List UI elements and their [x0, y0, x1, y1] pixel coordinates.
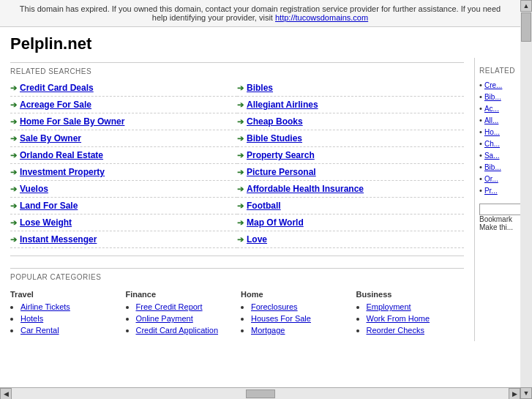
category-link[interactable]: Hotels: [20, 314, 43, 323]
related-link[interactable]: Land For Sale: [20, 201, 78, 211]
sidebar-link[interactable]: Bib...: [484, 93, 501, 101]
category-link[interactable]: Online Payment: [136, 314, 193, 323]
main-wrapper: RELATED SEARCHES ➔Credit Card Deals➔Acre…: [0, 58, 532, 341]
list-item: ➔Investment Property: [10, 164, 237, 181]
arrow-icon: ➔: [10, 151, 17, 160]
category-col: HomeForeclosuresHouses For SaleMortgage: [241, 290, 349, 337]
category-links: EmploymentWork From HomeReorder Checks: [356, 302, 465, 335]
list-item: ➔Affordable Health Insurance: [237, 181, 464, 198]
list-item: ➔Credit Card Deals: [10, 80, 237, 97]
horizontal-scrollbar: ◀ ▶: [0, 387, 520, 399]
related-col-right: ➔Bibles➔Allegiant Airlines➔Cheap Books➔B…: [237, 80, 464, 248]
list-item: ➔Sale By Owner: [10, 130, 237, 147]
arrow-icon: ➔: [237, 235, 244, 245]
arrow-icon: ➔: [10, 184, 17, 194]
category-col: FinanceFree Credit ReportOnline PaymentC…: [126, 290, 234, 337]
list-item: ➔Land For Sale: [10, 198, 237, 215]
bullet-icon: •: [479, 104, 484, 113]
arrow-icon: ➔: [10, 134, 17, 143]
related-link[interactable]: Credit Card Deals: [20, 83, 94, 93]
banner: This domain has expired. If you owned th…: [0, 0, 520, 27]
category-col: BusinessEmploymentWork From HomeReorder …: [356, 290, 465, 337]
category-link[interactable]: Employment: [367, 302, 411, 311]
bullet-icon: •: [479, 186, 484, 195]
scroll-up-btn[interactable]: ▲: [520, 0, 532, 12]
related-link[interactable]: Instant Messenger: [20, 234, 97, 245]
category-link[interactable]: Foreclosures: [251, 302, 298, 311]
sidebar-link[interactable]: Cre...: [484, 81, 502, 89]
category-link[interactable]: Car Rental: [20, 326, 59, 335]
list-item: ➔Allegiant Airlines: [237, 97, 464, 113]
related-link[interactable]: Allegiant Airlines: [247, 100, 318, 110]
arrow-icon: ➔: [10, 168, 17, 177]
list-item: Mortgage: [251, 325, 349, 335]
hscroll-track: [12, 388, 509, 400]
sidebar-link[interactable]: Sa...: [484, 152, 500, 160]
list-item: Credit Card Application: [136, 325, 234, 335]
category-link[interactable]: Credit Card Application: [136, 326, 219, 335]
tucows-link[interactable]: http://tucowsdomains.com: [275, 13, 368, 22]
sidebar-link[interactable]: Ho...: [484, 128, 500, 136]
arrow-icon: ➔: [237, 117, 244, 127]
category-link[interactable]: Reorder Checks: [367, 326, 424, 335]
list-item: ➔Acreage For Sale: [10, 97, 237, 113]
list-item: Houses For Sale: [251, 313, 349, 324]
site-title: Pelplin.net: [0, 27, 520, 58]
related-col-left: ➔Credit Card Deals➔Acreage For Sale➔Home…: [10, 80, 237, 248]
related-link[interactable]: Affordable Health Insurance: [247, 184, 364, 194]
related-link[interactable]: Sale By Owner: [20, 133, 81, 143]
related-link[interactable]: Home For Sale By Owner: [20, 116, 124, 127]
related-link[interactable]: Map Of World: [247, 217, 304, 228]
related-link[interactable]: Football: [247, 201, 281, 211]
list-item: Employment: [367, 302, 465, 312]
category-link[interactable]: Free Credit Report: [136, 302, 203, 311]
scroll-thumb[interactable]: [521, 12, 531, 42]
sidebar-link[interactable]: Ac...: [484, 105, 499, 113]
arrow-icon: ➔: [237, 218, 244, 228]
list-item: ➔Cheap Books: [237, 113, 464, 130]
arrow-icon: ➔: [10, 201, 17, 211]
arrow-icon: ➔: [237, 134, 244, 143]
category-link[interactable]: Work From Home: [367, 314, 430, 323]
hscroll-left-btn[interactable]: ◀: [0, 388, 12, 400]
sidebar-link[interactable]: Bib...: [484, 163, 501, 171]
list-item: ➔Home For Sale By Owner: [10, 113, 237, 130]
list-item: ➔Football: [237, 198, 464, 215]
list-item: ➔Picture Personal: [237, 164, 464, 181]
related-link[interactable]: Bible Studies: [247, 133, 302, 143]
sidebar-link[interactable]: Or...: [484, 175, 498, 183]
left-panel: RELATED SEARCHES ➔Credit Card Deals➔Acre…: [0, 58, 475, 341]
related-link[interactable]: Cheap Books: [247, 116, 303, 127]
vertical-scrollbar: ▲ ▼: [520, 0, 532, 399]
sidebar-link[interactable]: Pr...: [484, 187, 498, 195]
scroll-down-btn[interactable]: ▼: [520, 387, 532, 399]
bullet-icon: •: [479, 92, 484, 101]
related-link[interactable]: Vuelos: [20, 184, 48, 194]
related-link[interactable]: Bibles: [247, 83, 273, 93]
sidebar-link[interactable]: Ch...: [484, 140, 500, 148]
list-item: ➔Lose Weight: [10, 215, 237, 231]
sidebar-link[interactable]: All...: [484, 116, 498, 124]
list-item: Reorder Checks: [367, 325, 465, 335]
arrow-icon: ➔: [10, 235, 17, 245]
category-link[interactable]: Airline Tickets: [20, 302, 70, 311]
category-link[interactable]: Mortgage: [251, 326, 285, 335]
related-link[interactable]: Investment Property: [20, 167, 105, 177]
bullet-icon: •: [479, 127, 484, 136]
related-link[interactable]: Orlando Real Estate: [20, 150, 103, 160]
hscroll-right-btn[interactable]: ▶: [509, 388, 520, 400]
list-item: ➔Bibles: [237, 80, 464, 97]
related-grid: ➔Credit Card Deals➔Acreage For Sale➔Home…: [10, 80, 464, 248]
related-link[interactable]: Lose Weight: [20, 217, 72, 228]
related-link[interactable]: Love: [247, 234, 267, 245]
category-link[interactable]: Houses For Sale: [251, 314, 311, 323]
related-link[interactable]: Property Search: [247, 150, 315, 160]
page-container: This domain has expired. If you owned th…: [0, 0, 532, 399]
related-link[interactable]: Picture Personal: [247, 167, 316, 177]
related-link[interactable]: Acreage For Sale: [20, 100, 91, 110]
arrow-icon: ➔: [10, 100, 17, 110]
list-item: ➔Map Of World: [237, 215, 464, 231]
hscroll-thumb[interactable]: [246, 389, 275, 398]
list-item: Online Payment: [136, 313, 234, 324]
left-links-list: ➔Credit Card Deals➔Acreage For Sale➔Home…: [10, 80, 237, 248]
